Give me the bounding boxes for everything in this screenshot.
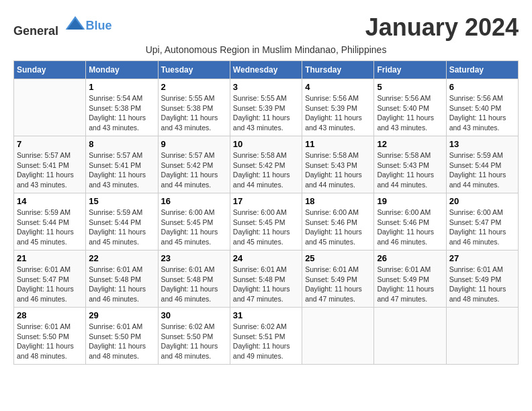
day-number: 21 <box>17 253 83 263</box>
day-number: 13 <box>449 139 515 149</box>
calendar-week-row: 7Sunrise: 5:57 AM Sunset: 5:41 PM Daylig… <box>14 136 519 193</box>
day-number: 10 <box>233 139 299 149</box>
day-number: 12 <box>377 139 443 149</box>
day-number: 9 <box>161 139 227 149</box>
calendar-cell: 30Sunrise: 6:02 AM Sunset: 5:50 PM Dayli… <box>158 308 230 365</box>
calendar-cell: 8Sunrise: 5:57 AM Sunset: 5:41 PM Daylig… <box>86 136 158 193</box>
day-number: 24 <box>233 253 299 263</box>
day-info: Sunrise: 6:01 AM Sunset: 5:47 PM Dayligh… <box>17 265 83 304</box>
calendar-week-row: 1Sunrise: 5:54 AM Sunset: 5:38 PM Daylig… <box>14 79 519 136</box>
day-info: Sunrise: 6:00 AM Sunset: 5:46 PM Dayligh… <box>377 208 443 247</box>
calendar-cell: 19Sunrise: 6:00 AM Sunset: 5:46 PM Dayli… <box>374 193 446 250</box>
calendar-cell <box>446 308 518 365</box>
day-number: 8 <box>89 139 154 149</box>
day-number: 31 <box>233 310 299 320</box>
day-info: Sunrise: 6:01 AM Sunset: 5:50 PM Dayligh… <box>17 322 83 361</box>
calendar-cell: 3Sunrise: 5:55 AM Sunset: 5:39 PM Daylig… <box>230 79 302 136</box>
day-number: 17 <box>233 196 299 206</box>
day-info: Sunrise: 5:59 AM Sunset: 5:44 PM Dayligh… <box>17 208 83 247</box>
calendar-cell: 15Sunrise: 5:59 AM Sunset: 5:44 PM Dayli… <box>86 193 158 250</box>
day-header-thursday: Thursday <box>302 61 374 79</box>
day-info: Sunrise: 5:56 AM Sunset: 5:40 PM Dayligh… <box>377 93 443 133</box>
day-number: 28 <box>17 310 83 320</box>
calendar-cell: 17Sunrise: 6:00 AM Sunset: 5:45 PM Dayli… <box>230 193 302 250</box>
day-info: Sunrise: 5:59 AM Sunset: 5:44 PM Dayligh… <box>449 150 515 190</box>
calendar-cell: 29Sunrise: 6:01 AM Sunset: 5:50 PM Dayli… <box>86 308 158 365</box>
calendar-week-row: 21Sunrise: 6:01 AM Sunset: 5:47 PM Dayli… <box>14 250 519 308</box>
subtitle: Upi, Autonomous Region in Muslim Mindana… <box>13 44 519 55</box>
day-number: 15 <box>89 196 154 206</box>
day-header-friday: Friday <box>374 61 446 79</box>
day-info: Sunrise: 6:01 AM Sunset: 5:49 PM Dayligh… <box>377 265 443 304</box>
day-info: Sunrise: 6:01 AM Sunset: 5:48 PM Dayligh… <box>161 265 227 304</box>
logo-general: General <box>13 24 58 38</box>
day-info: Sunrise: 5:58 AM Sunset: 5:43 PM Dayligh… <box>305 150 371 190</box>
day-number: 25 <box>305 253 371 263</box>
day-number: 5 <box>377 82 443 92</box>
logo-blue: Blue <box>86 19 112 32</box>
calendar-cell: 16Sunrise: 6:00 AM Sunset: 5:45 PM Dayli… <box>158 193 230 250</box>
day-info: Sunrise: 5:54 AM Sunset: 5:38 PM Dayligh… <box>89 93 154 133</box>
calendar-cell: 10Sunrise: 5:58 AM Sunset: 5:42 PM Dayli… <box>230 136 302 193</box>
day-info: Sunrise: 6:00 AM Sunset: 5:45 PM Dayligh… <box>161 208 227 247</box>
day-info: Sunrise: 6:00 AM Sunset: 5:47 PM Dayligh… <box>449 208 515 247</box>
calendar-cell: 5Sunrise: 5:56 AM Sunset: 5:40 PM Daylig… <box>374 79 446 136</box>
header: General Blue January 2024 <box>13 13 519 42</box>
calendar-cell: 31Sunrise: 6:02 AM Sunset: 5:51 PM Dayli… <box>230 308 302 365</box>
day-number: 4 <box>305 82 371 92</box>
day-number: 1 <box>89 82 154 92</box>
day-info: Sunrise: 5:58 AM Sunset: 5:42 PM Dayligh… <box>233 150 299 190</box>
calendar-cell: 6Sunrise: 5:56 AM Sunset: 5:40 PM Daylig… <box>446 79 518 136</box>
calendar-cell: 24Sunrise: 6:01 AM Sunset: 5:48 PM Dayli… <box>230 250 302 308</box>
day-info: Sunrise: 5:56 AM Sunset: 5:40 PM Dayligh… <box>449 93 515 133</box>
calendar-cell: 2Sunrise: 5:55 AM Sunset: 5:38 PM Daylig… <box>158 79 230 136</box>
day-info: Sunrise: 6:01 AM Sunset: 5:48 PM Dayligh… <box>89 265 154 304</box>
day-number: 7 <box>17 139 83 149</box>
calendar-cell: 11Sunrise: 5:58 AM Sunset: 5:43 PM Dayli… <box>302 136 374 193</box>
day-number: 23 <box>161 253 227 263</box>
day-info: Sunrise: 6:02 AM Sunset: 5:51 PM Dayligh… <box>233 322 299 361</box>
logo-icon <box>64 13 86 35</box>
calendar-cell: 4Sunrise: 5:56 AM Sunset: 5:39 PM Daylig… <box>302 79 374 136</box>
day-number: 26 <box>377 253 443 263</box>
day-info: Sunrise: 5:55 AM Sunset: 5:38 PM Dayligh… <box>161 93 227 133</box>
day-info: Sunrise: 5:58 AM Sunset: 5:43 PM Dayligh… <box>377 150 443 190</box>
day-header-wednesday: Wednesday <box>230 61 302 79</box>
day-header-saturday: Saturday <box>446 61 518 79</box>
day-info: Sunrise: 5:57 AM Sunset: 5:42 PM Dayligh… <box>161 150 227 190</box>
calendar-cell: 14Sunrise: 5:59 AM Sunset: 5:44 PM Dayli… <box>14 193 86 250</box>
logo: General Blue <box>13 13 112 38</box>
calendar-cell <box>14 79 86 136</box>
days-header-row: SundayMondayTuesdayWednesdayThursdayFrid… <box>14 61 519 79</box>
day-info: Sunrise: 5:57 AM Sunset: 5:41 PM Dayligh… <box>89 150 154 190</box>
day-info: Sunrise: 6:00 AM Sunset: 5:46 PM Dayligh… <box>305 208 371 247</box>
calendar-cell: 12Sunrise: 5:58 AM Sunset: 5:43 PM Dayli… <box>374 136 446 193</box>
day-info: Sunrise: 6:01 AM Sunset: 5:48 PM Dayligh… <box>233 265 299 304</box>
calendar-week-row: 28Sunrise: 6:01 AM Sunset: 5:50 PM Dayli… <box>14 308 519 365</box>
day-number: 14 <box>17 196 83 206</box>
calendar-cell: 9Sunrise: 5:57 AM Sunset: 5:42 PM Daylig… <box>158 136 230 193</box>
month-title: January 2024 <box>365 13 519 42</box>
day-info: Sunrise: 5:57 AM Sunset: 5:41 PM Dayligh… <box>17 150 83 190</box>
day-info: Sunrise: 6:02 AM Sunset: 5:50 PM Dayligh… <box>161 322 227 361</box>
day-info: Sunrise: 6:01 AM Sunset: 5:50 PM Dayligh… <box>89 322 154 361</box>
day-number: 22 <box>89 253 154 263</box>
calendar-table: SundayMondayTuesdayWednesdayThursdayFrid… <box>13 60 519 365</box>
calendar-cell: 26Sunrise: 6:01 AM Sunset: 5:49 PM Dayli… <box>374 250 446 308</box>
day-number: 20 <box>449 196 515 206</box>
day-header-tuesday: Tuesday <box>158 61 230 79</box>
day-header-monday: Monday <box>86 61 158 79</box>
calendar-cell: 18Sunrise: 6:00 AM Sunset: 5:46 PM Dayli… <box>302 193 374 250</box>
day-number: 18 <box>305 196 371 206</box>
calendar-cell: 23Sunrise: 6:01 AM Sunset: 5:48 PM Dayli… <box>158 250 230 308</box>
calendar-cell: 25Sunrise: 6:01 AM Sunset: 5:49 PM Dayli… <box>302 250 374 308</box>
day-info: Sunrise: 6:01 AM Sunset: 5:49 PM Dayligh… <box>305 265 371 304</box>
calendar-cell: 13Sunrise: 5:59 AM Sunset: 5:44 PM Dayli… <box>446 136 518 193</box>
calendar-cell: 21Sunrise: 6:01 AM Sunset: 5:47 PM Dayli… <box>14 250 86 308</box>
calendar-cell: 20Sunrise: 6:00 AM Sunset: 5:47 PM Dayli… <box>446 193 518 250</box>
day-info: Sunrise: 6:00 AM Sunset: 5:45 PM Dayligh… <box>233 208 299 247</box>
calendar-cell <box>302 308 374 365</box>
day-number: 2 <box>161 82 227 92</box>
day-number: 19 <box>377 196 443 206</box>
day-number: 29 <box>89 310 154 320</box>
